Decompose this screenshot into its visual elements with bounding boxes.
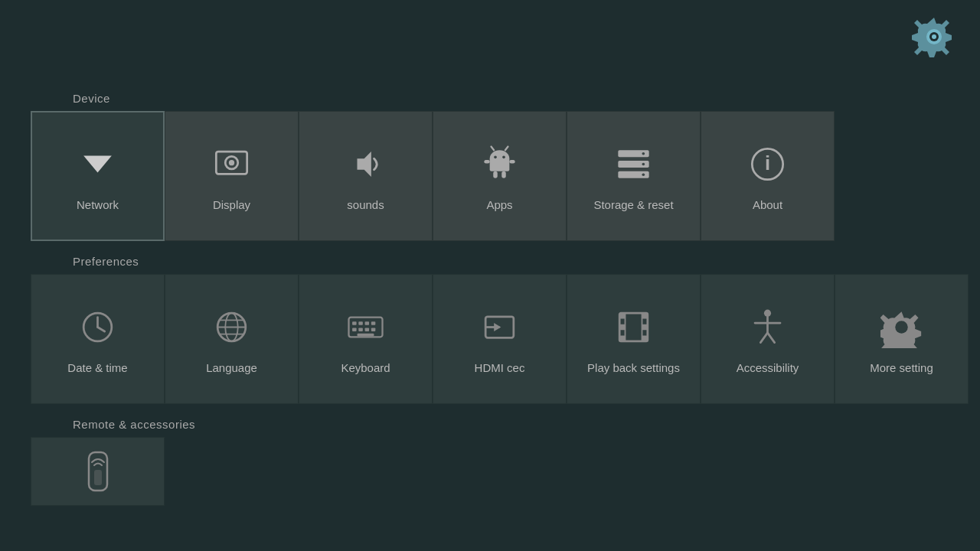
- svg-line-12: [492, 147, 495, 151]
- hdmi-icon: [477, 305, 523, 350]
- svg-point-11: [502, 156, 505, 159]
- preferences-section: Preferences Date & time: [0, 255, 980, 404]
- playback-icon: [611, 305, 657, 350]
- svg-line-59: [760, 333, 767, 343]
- svg-point-22: [642, 163, 645, 166]
- tile-sounds[interactable]: sounds: [299, 111, 433, 241]
- keyboard-label: Keyboard: [341, 361, 390, 374]
- settings-gear-icon[interactable]: [911, 14, 957, 60]
- device-section: Device Network Display: [0, 92, 980, 241]
- svg-point-23: [642, 173, 645, 176]
- accessibility-label: Accessibility: [737, 361, 799, 374]
- svg-marker-7: [358, 152, 371, 177]
- sounds-label: sounds: [347, 198, 384, 211]
- remote-icon: [75, 448, 121, 494]
- svg-rect-41: [365, 328, 370, 331]
- svg-rect-38: [371, 321, 376, 325]
- tile-about[interactable]: i About: [701, 111, 835, 241]
- preferences-tiles-row: Date & time Language: [31, 274, 980, 404]
- preferences-label: Preferences: [31, 255, 980, 268]
- remote-tiles-row: [31, 437, 980, 506]
- tile-datetime[interactable]: Date & time: [31, 274, 165, 404]
- svg-rect-40: [358, 328, 363, 331]
- svg-rect-15: [501, 171, 506, 178]
- display-label: Display: [213, 198, 250, 211]
- more-label: More setting: [870, 361, 933, 374]
- storage-icon: [611, 142, 657, 187]
- svg-rect-17: [509, 160, 514, 164]
- network-label: Network: [77, 198, 119, 211]
- about-icon: i: [745, 142, 791, 187]
- tile-more[interactable]: More setting: [835, 274, 969, 404]
- tile-playback[interactable]: Play back settings: [567, 274, 701, 404]
- svg-marker-46: [494, 323, 501, 331]
- svg-rect-36: [358, 321, 363, 325]
- language-icon: [209, 305, 255, 350]
- language-label: Language: [206, 361, 257, 374]
- svg-line-28: [98, 328, 105, 332]
- svg-text:i: i: [765, 152, 770, 174]
- tile-remote[interactable]: [31, 437, 165, 506]
- remote-section: Remote & accessories: [0, 418, 980, 506]
- svg-rect-53: [642, 336, 648, 341]
- tile-language[interactable]: Language: [165, 274, 299, 404]
- svg-rect-37: [365, 321, 370, 325]
- apps-icon: [477, 142, 523, 187]
- sound-icon: [343, 142, 389, 187]
- svg-point-61: [895, 321, 908, 334]
- svg-point-2: [932, 34, 936, 39]
- svg-rect-35: [352, 321, 357, 325]
- device-tiles-row: Network Display: [31, 111, 980, 241]
- svg-rect-50: [619, 336, 625, 341]
- tile-keyboard[interactable]: Keyboard: [299, 274, 433, 404]
- device-label: Device: [31, 92, 980, 105]
- gear-icon: [879, 305, 925, 350]
- svg-rect-16: [484, 160, 489, 164]
- svg-rect-63: [94, 470, 102, 485]
- playback-label: Play back settings: [587, 361, 680, 374]
- svg-rect-42: [371, 328, 376, 331]
- svg-rect-51: [642, 313, 648, 318]
- accessibility-icon: [745, 305, 791, 350]
- remote-label: Remote & accessories: [31, 418, 980, 431]
- display-icon: [209, 142, 255, 187]
- svg-point-21: [642, 152, 645, 155]
- clock-icon: [75, 305, 121, 350]
- tile-display[interactable]: Display: [165, 111, 299, 241]
- svg-marker-3: [83, 156, 112, 173]
- datetime-label: Date & time: [67, 361, 127, 374]
- about-label: About: [753, 198, 782, 211]
- storage-label: Storage & reset: [593, 198, 673, 211]
- tile-hdmi[interactable]: HDMI cec: [433, 274, 567, 404]
- svg-rect-39: [352, 328, 357, 331]
- svg-rect-52: [642, 324, 648, 330]
- wifi-icon: [75, 142, 121, 187]
- svg-rect-14: [493, 171, 498, 178]
- svg-point-10: [494, 156, 497, 159]
- svg-rect-43: [358, 334, 374, 337]
- tile-apps[interactable]: Apps: [433, 111, 567, 241]
- svg-point-6: [229, 160, 234, 165]
- tile-network[interactable]: Network: [31, 111, 165, 241]
- svg-rect-9: [490, 158, 510, 171]
- apps-label: Apps: [486, 198, 512, 211]
- svg-rect-48: [619, 313, 625, 318]
- svg-line-13: [505, 147, 508, 151]
- hdmi-label: HDMI cec: [475, 361, 525, 374]
- tile-accessibility[interactable]: Accessibility: [701, 274, 835, 404]
- keyboard-icon: [343, 305, 389, 350]
- tile-storage[interactable]: Storage & reset: [567, 111, 701, 241]
- svg-line-60: [768, 333, 775, 343]
- svg-rect-49: [619, 324, 625, 330]
